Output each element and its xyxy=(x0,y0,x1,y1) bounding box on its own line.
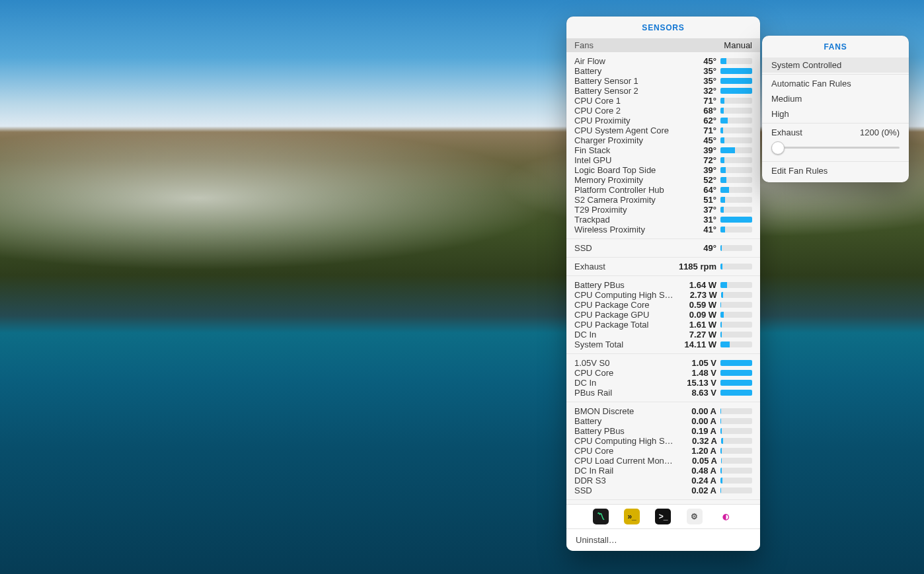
fan-speed-slider[interactable] xyxy=(771,141,900,153)
sensor-row[interactable]: Battery PBus1.64 W xyxy=(566,280,760,290)
separator xyxy=(762,123,909,124)
sensor-row[interactable]: Battery0.00 A xyxy=(566,416,760,426)
sensor-row[interactable]: SSD49° xyxy=(566,243,760,253)
sensor-label: Battery PBus xyxy=(574,426,673,436)
sensor-row[interactable]: CPU Load Current Monitor0.05 A xyxy=(566,456,760,466)
sensor-row[interactable]: CPU System Agent Core71° xyxy=(566,126,760,135)
sensor-label: 1.05V S0 xyxy=(574,358,673,368)
sensor-value: 49° xyxy=(673,243,716,253)
sensor-bar xyxy=(720,227,752,233)
edit-fan-rules[interactable]: Edit Fan Rules xyxy=(762,163,909,182)
sensor-value: 71° xyxy=(673,96,716,106)
sensor-row[interactable]: Charger Proximity45° xyxy=(566,135,760,145)
sensor-value: 1.48 V xyxy=(673,368,716,378)
fan-mode-option[interactable]: System Controlled xyxy=(762,57,909,73)
sensor-bar xyxy=(720,478,752,484)
sensor-row[interactable]: Battery35° xyxy=(566,66,760,76)
fan-mode-option[interactable]: Medium xyxy=(762,91,909,106)
sensor-bar xyxy=(720,167,752,173)
sensor-value: 39° xyxy=(673,145,716,155)
sensor-value: 68° xyxy=(673,106,716,116)
sensor-value: 1.64 W xyxy=(673,280,716,290)
speedtest-icon[interactable]: ◐ xyxy=(718,509,734,524)
sensor-row[interactable]: CPU Package GPU0.09 W xyxy=(566,310,760,320)
sensor-label: CPU Package GPU xyxy=(574,310,673,320)
sensor-value: 0.59 W xyxy=(673,300,716,310)
sensor-label: Intel GPU xyxy=(574,155,673,165)
fans-mode-header[interactable]: Fans Manual xyxy=(566,38,760,52)
console-icon[interactable]: »_ xyxy=(624,509,640,524)
sensor-row[interactable]: DC In15.13 V xyxy=(566,378,760,388)
sensor-row[interactable]: Logic Board Top Side39° xyxy=(566,165,760,175)
sensor-value: 14.11 W xyxy=(673,340,716,349)
sensor-row[interactable]: BMON Discrete0.00 A xyxy=(566,406,760,416)
sensor-bar xyxy=(720,380,752,386)
fans-title: FANS xyxy=(762,36,909,57)
sensor-row[interactable]: Wireless Proximity41° xyxy=(566,225,760,234)
sensor-row[interactable]: Fin Stack39° xyxy=(566,145,760,155)
sensor-value: 0.48 A xyxy=(673,466,716,476)
sensor-row[interactable]: Battery Sensor 232° xyxy=(566,86,760,96)
sensor-bar xyxy=(721,458,752,464)
sensor-row[interactable]: CPU Computing High Side0.32 A xyxy=(566,436,760,446)
uninstall-button[interactable]: Uninstall… xyxy=(566,528,760,551)
sensor-row[interactable]: CPU Core1.20 A xyxy=(566,446,760,456)
sensor-label: Trackpad xyxy=(574,215,673,225)
sensor-row[interactable]: Memory Proximity52° xyxy=(566,175,760,185)
sensor-bar xyxy=(720,468,752,474)
sensor-value: 0.05 A xyxy=(674,456,717,466)
sensor-row[interactable]: Trackpad31° xyxy=(566,215,760,225)
sensor-row[interactable]: CPU Proximity62° xyxy=(566,116,760,126)
sensor-row[interactable]: Battery PBus0.19 A xyxy=(566,426,760,436)
fan-mode-option[interactable]: High xyxy=(762,106,909,122)
separator xyxy=(762,74,909,75)
sensor-bar xyxy=(720,68,752,74)
sensor-row[interactable]: SSD0.02 A xyxy=(566,485,760,495)
sensor-row[interactable]: DC In Rail0.48 A xyxy=(566,466,760,476)
sensor-value: 45° xyxy=(673,135,716,145)
activity-monitor-icon[interactable]: 〽︎ xyxy=(593,509,609,524)
sensor-row[interactable]: CPU Package Core0.59 W xyxy=(566,300,760,310)
sensor-row[interactable]: DC In7.27 W xyxy=(566,330,760,340)
sensor-value: 62° xyxy=(673,116,716,126)
slider-knob[interactable] xyxy=(771,141,785,155)
sensor-label: Air Flow xyxy=(574,56,673,66)
fan-mode-option[interactable]: Automatic Fan Rules xyxy=(762,76,909,91)
sensor-row[interactable]: CPU Core 268° xyxy=(566,106,760,116)
sensor-value: 1185 rpm xyxy=(673,262,716,271)
sensor-list[interactable]: Air Flow45°Battery35°Battery Sensor 135°… xyxy=(566,52,760,504)
sensor-label: BMON Discrete xyxy=(574,406,673,416)
sensor-row[interactable]: DDR S30.24 A xyxy=(566,476,760,485)
sensor-value: 64° xyxy=(673,185,716,195)
sensor-row[interactable]: System Total14.11 W xyxy=(566,340,760,349)
sensor-bar xyxy=(720,282,752,288)
sensor-row[interactable]: T29 Proximity37° xyxy=(566,205,760,215)
terminal-icon[interactable]: >_ xyxy=(655,509,671,524)
sensor-row[interactable]: CPU Package Total1.61 W xyxy=(566,320,760,330)
sensor-label: CPU System Agent Core xyxy=(574,126,673,135)
sensor-bar xyxy=(720,108,752,114)
sensor-label: Memory Proximity xyxy=(574,175,673,185)
sensor-row[interactable]: 1.05V S01.05 V xyxy=(566,358,760,368)
sensor-row[interactable]: Air Flow45° xyxy=(566,56,760,66)
sensor-row[interactable]: S2 Camera Proximity51° xyxy=(566,195,760,205)
sensor-label: Battery xyxy=(574,416,673,426)
sensor-label: S2 Camera Proximity xyxy=(574,195,673,205)
sensor-row[interactable]: CPU Computing High Side2.73 W xyxy=(566,290,760,300)
sensor-row[interactable]: PBus Rail8.63 V xyxy=(566,388,760,398)
sensor-row[interactable]: Battery Sensor 135° xyxy=(566,76,760,86)
sensor-value: 1.61 W xyxy=(673,320,716,330)
fan-readout: 1200 (0%) xyxy=(860,127,900,137)
sensor-row[interactable]: Intel GPU72° xyxy=(566,155,760,165)
sensor-value: 0.00 A xyxy=(673,416,716,426)
sensor-row[interactable]: Exhaust1185 rpm xyxy=(566,262,760,271)
sensor-label: CPU Core 1 xyxy=(574,96,673,106)
sensor-row[interactable]: CPU Core1.48 V xyxy=(566,368,760,378)
sensor-bar xyxy=(720,312,752,318)
sensor-row[interactable]: Platform Controller Hub64° xyxy=(566,185,760,195)
sensor-bar xyxy=(720,322,752,328)
sensor-bar xyxy=(720,217,752,223)
system-information-icon[interactable]: ⚙︎ xyxy=(687,509,703,524)
sensor-value: 32° xyxy=(673,86,716,96)
sensor-row[interactable]: CPU Core 171° xyxy=(566,96,760,106)
